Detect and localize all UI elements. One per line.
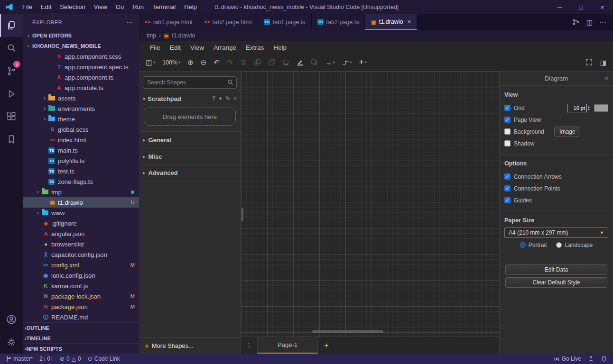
paper-size-select[interactable]: A4 (210 mm x 297 mm) ▼ <box>504 228 608 238</box>
tab-tab1.page.html[interactable]: <>tab1.page.html <box>139 14 198 30</box>
run-debug-icon[interactable] <box>0 82 23 105</box>
shadow-checkbox[interactable] <box>504 140 511 146</box>
git-graph-icon[interactable] <box>572 18 580 26</box>
tree-item-karma.conf.js[interactable]: Kkarma.conf.js <box>23 281 139 291</box>
tab-tab2.page.html[interactable]: <>tab2.page.html <box>198 14 258 30</box>
tree-item-README.md[interactable]: ⓘREADME.md <box>23 312 139 322</box>
code-link-item[interactable]: ⊙ Code Link <box>88 355 120 362</box>
sidebar-section-outline[interactable]: ›OUTLINE <box>23 322 139 333</box>
tab-close-icon[interactable]: × <box>407 18 411 25</box>
tree-item-app.component.ts[interactable]: Aapp.component.ts <box>23 72 139 82</box>
tree-item-ionic.config.json[interactable]: ◉ionic.config.json <box>23 270 139 281</box>
sidebar-more-icon[interactable]: ⋯ <box>127 18 133 26</box>
tree-item-test.ts[interactable]: TStest.ts <box>23 166 139 176</box>
menu-item-run[interactable]: Run <box>128 0 148 14</box>
grid-size-stepper[interactable]: ▲▼ <box>587 105 590 111</box>
menu-item-selection[interactable]: Selection <box>56 0 89 14</box>
breadcrumb-file[interactable]: t1.drawio <box>172 32 195 39</box>
split-editor-icon[interactable]: ◫ <box>586 18 593 26</box>
tree-item-app.component.scss[interactable]: Sapp.component.scss <box>23 51 139 62</box>
shape-section-general[interactable]: ▸General <box>139 131 241 148</box>
tree-item-www[interactable]: ›www <box>23 208 139 218</box>
page-tab[interactable]: Page-1 <box>257 337 318 354</box>
drawio-menu-arrange[interactable]: Arrange <box>209 44 241 51</box>
diagram-canvas[interactable] <box>241 72 499 337</box>
drawio-menu-file[interactable]: File <box>146 44 165 51</box>
background-checkbox[interactable] <box>504 128 511 135</box>
image-button[interactable]: Image <box>554 127 580 136</box>
scratchpad-edit-icon[interactable]: ✎ <box>225 95 230 102</box>
checkbox-guides[interactable]: ✓ <box>504 197 511 203</box>
sync-item[interactable]: 2↓ 0↑ <box>39 355 53 362</box>
search-icon[interactable] <box>0 37 23 60</box>
edit-data-button[interactable]: Edit Data <box>505 264 607 275</box>
tree-item-.gitignore[interactable]: ◆.gitignore <box>23 218 139 228</box>
portrait-radio[interactable] <box>520 242 526 248</box>
explorer-icon[interactable] <box>0 14 23 37</box>
tab-t1.drawio[interactable]: ▣t1.drawio× <box>365 14 417 30</box>
git-branch-item[interactable]: master* <box>6 355 33 362</box>
connection-tool[interactable]: →▾ <box>325 58 335 66</box>
zoom-in-icon[interactable]: ⊕ <box>187 58 194 67</box>
tree-item-assets[interactable]: ›assets <box>23 93 139 103</box>
menu-item-terminal[interactable]: Terminal <box>148 0 180 14</box>
delete-icon[interactable] <box>240 59 247 66</box>
account-icon[interactable] <box>0 308 23 331</box>
tree-item-tmp[interactable]: ›tmp <box>23 187 139 197</box>
breadcrumb[interactable]: tmp › ▣ t1.drawio <box>139 30 613 41</box>
drawio-menu-extras[interactable]: Extras <box>241 44 268 51</box>
editor-more-icon[interactable]: ⋯ <box>599 18 606 27</box>
scratchpad-close-icon[interactable]: × <box>233 95 237 102</box>
tree-item-capacitor.config.json[interactable]: ╳capacitor.config.json <box>23 249 139 260</box>
tree-item-theme[interactable]: ›theme <box>23 114 139 124</box>
scratchpad-dropzone[interactable]: Drag elements here <box>144 108 236 126</box>
breadcrumb-folder[interactable]: tmp <box>147 32 156 39</box>
bookmarks-icon[interactable] <box>0 128 23 151</box>
menu-item-edit[interactable]: Edit <box>37 0 56 14</box>
menu-item-view[interactable]: View <box>90 0 111 14</box>
shadow-icon[interactable] <box>311 59 318 66</box>
tree-item-browserslist[interactable]: ●browserslist <box>23 239 139 249</box>
more-shapes-button[interactable]: + More Shapes... <box>139 337 241 354</box>
shape-search-input[interactable] <box>143 76 237 89</box>
fullscreen-icon[interactable] <box>585 59 593 66</box>
grid-color-swatch[interactable] <box>594 104 608 112</box>
open-editors-section[interactable]: › OPEN EDITORS <box>23 30 139 41</box>
grid-size-input[interactable] <box>567 104 587 112</box>
sidebar-section-npm-scripts[interactable]: ›NPM SCRIPTS <box>23 343 139 354</box>
extensions-icon[interactable] <box>0 105 23 128</box>
tree-item-global.scss[interactable]: Sglobal.scss <box>23 124 139 135</box>
drawio-menu-view[interactable]: View <box>186 44 208 51</box>
close-button[interactable]: × <box>592 0 613 14</box>
to-front-icon[interactable] <box>254 59 261 66</box>
tree-item-app.component.spec.ts[interactable]: Tapp.component.spec.ts <box>23 62 139 72</box>
tab-tab2.page.ts[interactable]: TStab2.page.ts <box>312 14 365 30</box>
bell-icon[interactable] <box>601 355 607 362</box>
clear-default-style-button[interactable]: Clear Default Style <box>505 277 607 288</box>
format-close-icon[interactable]: × <box>604 75 608 82</box>
checkbox-connection-arrows[interactable]: ✓ <box>504 173 511 180</box>
sidebar-section-timeline[interactable]: ›TIMELINE <box>23 333 139 343</box>
maximize-button[interactable]: □ <box>570 0 592 14</box>
minimize-button[interactable]: ─ <box>549 0 570 14</box>
zoom-select[interactable]: 100%▾ <box>162 59 180 66</box>
live-share-icon[interactable] <box>588 355 594 362</box>
pages-menu-icon[interactable]: ⋮ <box>241 337 257 354</box>
checkbox-connection-points[interactable]: ✓ <box>504 185 511 191</box>
scratchpad-header[interactable]: ▾ Scratchpad ? + ✎ × <box>139 91 241 106</box>
go-live-item[interactable]: Go Live <box>554 355 581 362</box>
source-control-icon[interactable]: 4 <box>0 60 23 82</box>
drawio-menu-help[interactable]: Help <box>269 44 291 51</box>
landscape-radio[interactable] <box>556 242 562 248</box>
tree-item-config.xml[interactable]: <>config.xmlM <box>23 260 139 270</box>
zoom-out-icon[interactable]: ⊖ <box>201 58 207 67</box>
tree-item-app.module.ts[interactable]: Aapp.module.ts <box>23 82 139 93</box>
page-view-checkbox[interactable]: ✓ <box>504 117 511 123</box>
settings-gear-icon[interactable] <box>0 331 23 354</box>
scratchpad-help-icon[interactable]: ? <box>212 95 215 102</box>
waypoints-tool[interactable]: ▾ <box>342 59 352 65</box>
tree-item-environments[interactable]: ›environments <box>23 103 139 114</box>
tree-item-package-lock.json[interactable]: Npackage-lock.jsonM <box>23 291 139 301</box>
shape-section-advanced[interactable]: ▸Advanced <box>139 164 241 181</box>
tree-item-index.html[interactable]: <>index.html <box>23 135 139 145</box>
